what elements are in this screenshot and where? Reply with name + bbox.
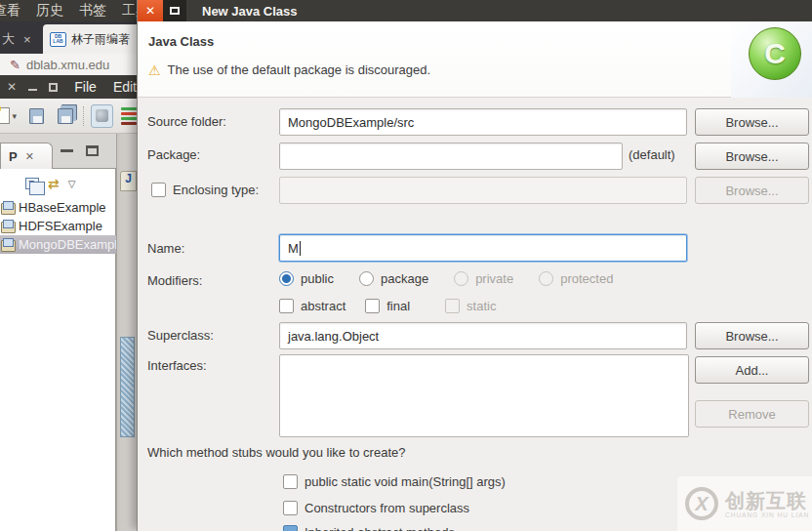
radio-private: private (454, 271, 513, 286)
modifiers-access-row: public package private protected (279, 271, 613, 286)
toolbar-toggle-icon[interactable] (91, 104, 113, 128)
eclipse-toolbar: ▾ (0, 99, 137, 134)
warning-icon: ⚠ (148, 63, 161, 77)
superclass-label: Superclass: (147, 328, 214, 343)
java-project-icon (1, 238, 16, 251)
dialog-header: Java Class ⚠ The use of the default pack… (138, 21, 812, 98)
radio-private-icon (454, 271, 468, 286)
screen: 查看 历史 书签 工具 大 × DB LAB 林子雨编著 ✎ dblab.xmu… (0, 0, 812, 531)
eclipse-menu-edit[interactable]: Edit (113, 79, 137, 95)
checkbox-final-icon (365, 299, 380, 313)
method-stubs-question: Which method stubs would you like to cre… (147, 445, 405, 460)
checkbox-main-method[interactable]: public static void main(String[] args) (283, 474, 506, 489)
package-explorer-tab-label: P (9, 149, 18, 164)
radio-package[interactable]: package (359, 271, 428, 286)
project-tree: HBaseExample HDFSExample MongoDBExample (0, 198, 116, 254)
eclipse-titlebar: ✕ File Edit (0, 75, 137, 99)
browser-menubar: 查看 历史 书签 工具 (0, 0, 137, 21)
view-minimize-icon[interactable] (61, 149, 73, 152)
checkbox-inherited-abstract[interactable]: Inherited abstract methods (283, 525, 455, 531)
save-all-icon[interactable] (58, 108, 72, 124)
package-explorer-toolbar: ⇄ ▽ (0, 171, 116, 196)
link-with-editor-icon[interactable]: ⇄ (48, 176, 60, 191)
source-folder-label: Source folder: (147, 114, 226, 129)
new-wizard-icon[interactable] (0, 107, 10, 124)
view-close-icon[interactable]: ✕ (25, 150, 34, 163)
header-title: Java Class (148, 34, 214, 49)
package-label: Package: (147, 147, 200, 162)
enclosing-type-label: Enclosing type: (173, 183, 259, 197)
eclipse-minimize-icon[interactable] (28, 89, 37, 91)
interfaces-label: Interfaces: (147, 358, 207, 373)
toolbar-separator (83, 106, 84, 126)
dialog-close-button[interactable]: ✕ (138, 0, 163, 21)
tab-close-icon[interactable]: × (23, 32, 31, 47)
checkbox-constructors[interactable]: Constructors from superclass (283, 501, 469, 515)
eclipse-maximize-icon[interactable] (49, 83, 59, 92)
menu-bookmarks[interactable]: 书签 (79, 2, 106, 20)
enclosing-type-checkbox[interactable] (151, 183, 166, 197)
package-default-hint: (default) (629, 147, 675, 162)
new-java-class-dialog: ✕ New Java Class Java Class ⚠ The use of… (137, 0, 812, 531)
dialog-titlebar: ✕ New Java Class (138, 0, 812, 21)
source-folder-browse-button[interactable]: Browse... (695, 108, 809, 136)
checkbox-final[interactable]: final (365, 299, 410, 313)
browser-tabstrip: 大 × DB LAB 林子雨编著 (0, 21, 137, 54)
checkbox-abstract[interactable]: abstract (279, 299, 345, 313)
watermark-subtext: CHUANG XIN HU LIAN (725, 511, 809, 518)
radio-protected-icon (539, 271, 553, 286)
collapse-all-icon[interactable] (25, 178, 39, 189)
source-folder-input[interactable]: MongoDBExample/src (279, 108, 687, 136)
watermark-logo-icon: X (685, 487, 718, 520)
checkbox-static: static (445, 299, 496, 313)
radio-protected: protected (539, 271, 613, 286)
name-label: Name: (147, 241, 184, 256)
interfaces-add-button[interactable]: Add... (695, 356, 809, 384)
tab-package-explorer[interactable]: P ✕ (0, 143, 53, 169)
eclipse-menu-file[interactable]: File (74, 79, 97, 95)
checkbox-static-icon (445, 299, 460, 313)
view-maximize-icon[interactable] (86, 145, 99, 156)
view-menu-icon[interactable]: ▽ (68, 179, 76, 189)
eclipse-close-icon[interactable]: ✕ (7, 80, 17, 94)
radio-public[interactable]: public (279, 271, 334, 286)
package-input[interactable] (279, 143, 623, 170)
tree-item-hbaseexample[interactable]: HBaseExample (0, 198, 116, 217)
new-dropdown-icon[interactable]: ▾ (13, 111, 18, 121)
dialog-maximize-button[interactable] (163, 0, 186, 21)
browser-tab-active[interactable]: DB LAB 林子雨编著 (43, 24, 137, 54)
package-explorer-panel: P ✕ ⇄ ▽ HBaseExample HDFSExample (0, 134, 116, 531)
modifiers-label: Modifiers: (147, 273, 202, 288)
checkbox-constructors-icon (283, 501, 298, 515)
interfaces-list[interactable] (279, 354, 689, 437)
checkbox-inherited-abstract-icon (283, 525, 298, 531)
menu-view[interactable]: 查看 (0, 2, 20, 20)
dblab-favicon: DB LAB (50, 32, 66, 47)
tree-item-mongodbexample[interactable]: MongoDBExample (0, 235, 116, 254)
checkbox-main-method-icon (283, 474, 298, 489)
enclosing-type-browse-button: Browse... (695, 177, 809, 204)
browser-address-bar[interactable]: ✎ dblab.xmu.edu (0, 54, 137, 75)
radio-package-icon (359, 271, 374, 286)
menu-history[interactable]: 历史 (36, 2, 63, 20)
save-icon[interactable] (29, 108, 44, 124)
url-text: dblab.xmu.edu (26, 58, 109, 72)
superclass-input[interactable]: java.lang.Object (279, 322, 687, 349)
browser-tab-previous[interactable]: 大 × (2, 30, 31, 48)
package-browse-button[interactable]: Browse... (695, 143, 809, 170)
name-input[interactable]: M (279, 234, 687, 262)
watermark: X 创新互联 CHUANG XIN HU LIAN (677, 476, 812, 531)
scrollbar-thumb[interactable] (120, 337, 135, 437)
menu-tools[interactable]: 工具 (122, 2, 137, 20)
active-tab-title: 林子雨编著 (71, 31, 130, 48)
java-project-icon (1, 201, 16, 214)
superclass-browse-button[interactable]: Browse... (695, 322, 809, 349)
java-class-wizard-icon: C (749, 27, 801, 80)
tree-item-hdfsexample[interactable]: HDFSExample (0, 217, 116, 235)
checkbox-abstract-icon (279, 299, 294, 313)
editor-edge-strip: J (116, 134, 137, 531)
perspective-icon[interactable] (121, 107, 137, 125)
watermark-text: 创新互联 (725, 490, 809, 511)
java-editor-tab-icon[interactable]: J (120, 171, 137, 191)
radio-public-icon (279, 271, 294, 286)
